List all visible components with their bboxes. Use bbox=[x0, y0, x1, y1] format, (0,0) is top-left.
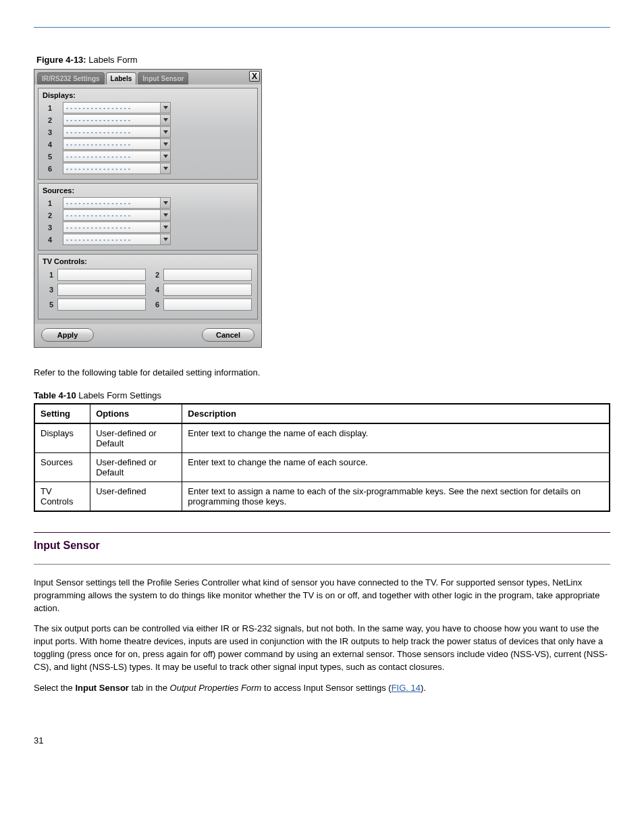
output-properties-dialog: IR/RS232 Settings Labels Input Sensor X … bbox=[34, 69, 262, 348]
sources-group: Sources: 1- - - - - - - - - - - - - - - … bbox=[38, 183, 258, 251]
tab-ir-rs232[interactable]: IR/RS232 Settings bbox=[37, 72, 105, 84]
chevron-down-icon[interactable] bbox=[160, 139, 170, 149]
combo-placeholder: - - - - - - - - - - - - - - - - bbox=[66, 140, 130, 148]
td: User-defined bbox=[90, 481, 182, 511]
figure-caption-text: Labels Form bbox=[86, 55, 138, 65]
text: to access Input Sensor settings ( bbox=[261, 683, 391, 693]
cancel-button[interactable]: Cancel bbox=[202, 328, 254, 342]
tvcontrols-label: TV Controls: bbox=[41, 256, 254, 267]
displays-group: Displays: 1- - - - - - - - - - - - - - -… bbox=[38, 88, 258, 180]
tvcontrol-6-input[interactable] bbox=[163, 298, 252, 311]
apply-button[interactable]: Apply bbox=[41, 328, 94, 342]
text: ). bbox=[421, 683, 426, 693]
tvcontrol-num: 1 bbox=[44, 271, 53, 279]
chevron-down-icon[interactable] bbox=[160, 198, 170, 208]
tvcontrol-num: 3 bbox=[44, 286, 53, 294]
dialog-button-row: Apply Cancel bbox=[34, 324, 261, 347]
tvcontrol-num: 4 bbox=[150, 286, 159, 294]
display-row-num: 5 bbox=[41, 153, 59, 161]
tvcontrol-num: 5 bbox=[44, 301, 53, 309]
see-figure-para: Select the Input Sensor tab in the Outpu… bbox=[34, 682, 610, 695]
svg-marker-1 bbox=[163, 118, 168, 122]
display-row-num: 3 bbox=[41, 128, 59, 136]
display-4-combo[interactable]: - - - - - - - - - - - - - - - - bbox=[63, 138, 171, 150]
section-rule-top bbox=[34, 532, 610, 533]
td: User-defined or Default bbox=[90, 452, 182, 481]
combo-placeholder: - - - - - - - - - - - - - - - - bbox=[66, 224, 130, 231]
display-2-combo[interactable]: - - - - - - - - - - - - - - - - bbox=[63, 114, 171, 126]
body-para-2: The six output ports can be controlled v… bbox=[34, 623, 610, 673]
td: Enter text to assign a name to each of t… bbox=[182, 481, 610, 511]
chevron-down-icon[interactable] bbox=[160, 210, 170, 220]
source-1-combo[interactable]: - - - - - - - - - - - - - - - - bbox=[63, 197, 171, 209]
tvcontrol-num: 6 bbox=[150, 301, 159, 309]
display-row-num: 6 bbox=[41, 165, 59, 173]
figure-link[interactable]: FIG. 14 bbox=[392, 683, 421, 693]
figure-caption: Figure 4-13: Labels Form bbox=[36, 55, 610, 65]
combo-placeholder: - - - - - - - - - - - - - - - - bbox=[66, 199, 130, 207]
tvcontrol-1-input[interactable] bbox=[57, 269, 146, 281]
combo-placeholder: - - - - - - - - - - - - - - - - bbox=[66, 211, 130, 219]
svg-marker-4 bbox=[163, 155, 168, 158]
source-row-num: 3 bbox=[41, 224, 59, 232]
td: Enter text to change the name of each di… bbox=[182, 423, 610, 453]
text: Select the bbox=[34, 683, 75, 693]
svg-marker-3 bbox=[163, 142, 168, 146]
header-rule bbox=[34, 27, 610, 28]
svg-marker-5 bbox=[163, 167, 168, 170]
table-row: Displays User-defined or Default Enter t… bbox=[34, 423, 610, 453]
display-1-combo[interactable]: - - - - - - - - - - - - - - - - bbox=[63, 102, 171, 113]
page-number: 31 bbox=[34, 735, 610, 746]
th-options: Options bbox=[90, 404, 182, 423]
chevron-down-icon[interactable] bbox=[160, 151, 170, 161]
source-row-num: 2 bbox=[41, 211, 59, 219]
combo-placeholder: - - - - - - - - - - - - - - - - bbox=[66, 165, 130, 172]
td: User-defined or Default bbox=[90, 423, 182, 453]
tvcontrol-num: 2 bbox=[150, 271, 159, 279]
combo-placeholder: - - - - - - - - - - - - - - - - bbox=[66, 104, 130, 111]
tab-bar: IR/RS232 Settings Labels Input Sensor bbox=[34, 70, 261, 84]
body-para-1: Input Sensor settings tell the Profile S… bbox=[34, 577, 610, 615]
table-caption: Table 4-10 Labels Form Settings bbox=[34, 390, 610, 400]
svg-marker-0 bbox=[163, 106, 168, 109]
td: Displays bbox=[34, 423, 90, 453]
tvcontrol-3-input[interactable] bbox=[57, 284, 146, 296]
text-bold: Input Sensor bbox=[75, 683, 128, 693]
svg-marker-7 bbox=[163, 213, 168, 217]
source-2-combo[interactable]: - - - - - - - - - - - - - - - - bbox=[63, 209, 171, 221]
source-3-combo[interactable]: - - - - - - - - - - - - - - - - bbox=[63, 221, 171, 233]
section-heading-input-sensor: Input Sensor bbox=[34, 540, 610, 552]
section-rule-bottom bbox=[34, 564, 610, 565]
below-figure-para: Refer to the following table for detaile… bbox=[34, 367, 610, 380]
display-6-combo[interactable]: - - - - - - - - - - - - - - - - bbox=[63, 163, 171, 174]
td: Sources bbox=[34, 452, 90, 481]
chevron-down-icon[interactable] bbox=[160, 127, 170, 137]
chevron-down-icon[interactable] bbox=[160, 115, 170, 125]
td: TV Controls bbox=[34, 481, 90, 511]
chevron-down-icon[interactable] bbox=[160, 234, 170, 244]
tab-labels[interactable]: Labels bbox=[106, 72, 137, 84]
svg-marker-6 bbox=[163, 201, 168, 205]
labels-settings-table: Setting Options Description Displays Use… bbox=[34, 403, 610, 512]
table-row: Sources User-defined or Default Enter te… bbox=[34, 452, 610, 481]
th-description: Description bbox=[182, 404, 610, 423]
chevron-down-icon[interactable] bbox=[160, 103, 170, 113]
chevron-down-icon[interactable] bbox=[160, 222, 170, 232]
td: Enter text to change the name of each so… bbox=[182, 452, 610, 481]
svg-marker-8 bbox=[163, 226, 168, 229]
tvcontrol-5-input[interactable] bbox=[57, 298, 146, 311]
svg-marker-9 bbox=[163, 238, 168, 241]
combo-placeholder: - - - - - - - - - - - - - - - - bbox=[66, 236, 130, 243]
source-4-combo[interactable]: - - - - - - - - - - - - - - - - bbox=[63, 234, 171, 245]
tvcontrol-2-input[interactable] bbox=[163, 269, 252, 281]
close-icon[interactable]: X bbox=[249, 71, 260, 82]
chevron-down-icon[interactable] bbox=[160, 163, 170, 174]
table-caption-label: Table 4-10 bbox=[34, 390, 76, 400]
table-caption-text: Labels Form Settings bbox=[76, 390, 161, 400]
tab-input-sensor[interactable]: Input Sensor bbox=[138, 72, 188, 84]
table-row: TV Controls User-defined Enter text to a… bbox=[34, 481, 610, 511]
display-5-combo[interactable]: - - - - - - - - - - - - - - - - bbox=[63, 151, 171, 162]
display-3-combo[interactable]: - - - - - - - - - - - - - - - - bbox=[63, 126, 171, 138]
tvcontrol-4-input[interactable] bbox=[163, 284, 252, 296]
th-setting: Setting bbox=[34, 404, 90, 423]
